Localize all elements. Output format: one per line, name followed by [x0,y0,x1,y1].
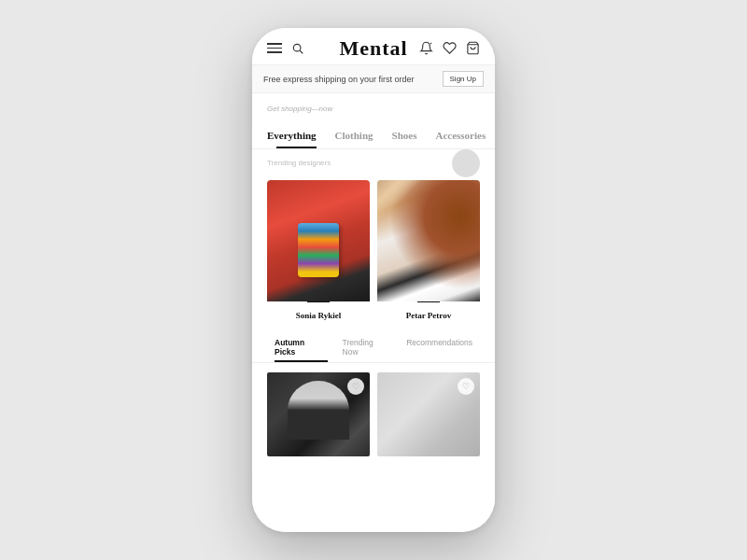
search-icon[interactable] [291,42,304,55]
tab-autumn-picks[interactable]: Autumn Picks [267,335,335,362]
get-shopping-section: Get shopping—now [252,93,495,126]
designer-avatar-circle [452,149,480,177]
svg-line-1 [300,50,303,53]
tab-recommendations[interactable]: Recommendations [399,335,480,362]
cart-bag-icon[interactable] [466,41,480,55]
product-card-1[interactable]: ♡ [267,372,370,456]
banner-text: Free express shipping on your first orde… [263,75,415,84]
tab-shoes[interactable]: Shoes [383,126,427,148]
tab-everything[interactable]: Everything [267,126,326,148]
designer-cards-row: Sonia Rykiel Petar Petrov [252,180,495,322]
petar-image [377,180,480,301]
sonia-image [267,180,370,301]
top-nav-bar: Mental [252,28,495,64]
wishlist-heart-icon[interactable] [443,41,457,55]
tab-trending-now[interactable]: Trending Now [335,335,400,362]
designer-card-sonia[interactable]: Sonia Rykiel [267,180,370,322]
signup-button[interactable]: Sign Up [443,71,484,87]
picks-tabs: Autumn Picks Trending Now Recommendation… [252,329,495,363]
product-image-1: ♡ [267,372,370,456]
product-1-wishlist-button[interactable]: ♡ [347,378,364,395]
menu-icon[interactable] [267,43,282,53]
petar-underline [417,301,440,302]
svg-point-0 [293,44,301,51]
nav-right [419,41,480,55]
product-grid: ♡ ♡ [252,363,495,466]
trending-section: Trending designers [252,149,495,180]
category-tabs: Everything Clothing Shoes Accessories [252,126,495,149]
sonia-name: Sonia Rykiel [267,306,370,322]
tab-clothing[interactable]: Clothing [326,126,383,148]
phone-frame: Mental [252,28,495,532]
product-2-wishlist-button[interactable]: ♡ [458,378,474,395]
notification-icon[interactable] [419,41,433,55]
svg-line-2 [430,43,431,44]
promo-banner: Free express shipping on your first orde… [252,64,495,93]
get-shopping-label: Get shopping—now [267,105,480,113]
product-card-2[interactable]: ♡ [377,372,480,456]
app-title: Mental [339,36,407,61]
sonia-underline [307,301,330,302]
petar-name: Petar Petrov [377,306,480,322]
trending-label: Trending designers [267,159,480,167]
tab-accessories[interactable]: Accessories [426,126,495,148]
product-image-2: ♡ [377,372,480,456]
main-content: Get shopping—now Everything Clothing Sho… [252,93,495,532]
designer-card-petar[interactable]: Petar Petrov [377,180,480,322]
nav-left [267,42,304,55]
